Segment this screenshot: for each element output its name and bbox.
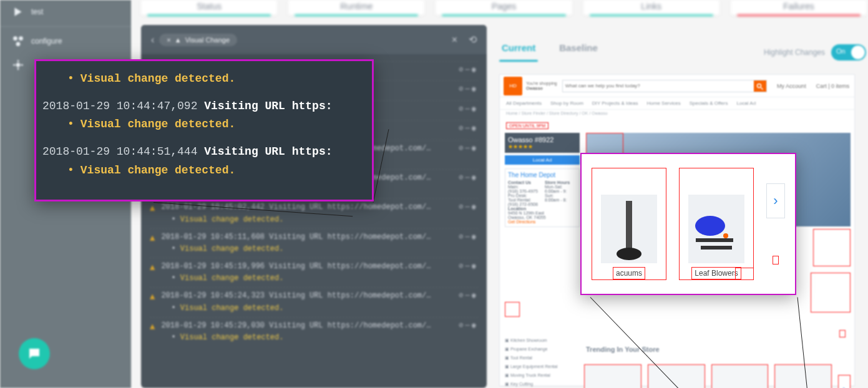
local-ad-button[interactable]: Local Ad bbox=[505, 155, 580, 165]
svg-point-3 bbox=[16, 42, 21, 46]
trending-heading: Trending In Your Store bbox=[586, 346, 660, 353]
sidebar-test-label: test bbox=[31, 7, 43, 16]
vacuum-image bbox=[601, 195, 657, 263]
store-card-title: The Home Depot bbox=[508, 172, 577, 178]
log-row[interactable]: ▲2018-01-29 10:45:11,608 Visiting URL ht… bbox=[150, 228, 478, 258]
service-item[interactable]: ▣ Moving Truck Rental bbox=[505, 371, 557, 380]
log-row[interactable]: ▲2018-01-29 10:45:29,030 Visiting URL ht… bbox=[150, 317, 478, 346]
service-item[interactable]: ▣ Kitchen Showroom bbox=[505, 336, 557, 345]
svg-point-12 bbox=[723, 233, 728, 238]
svg-marker-0 bbox=[14, 7, 21, 16]
svg-line-6 bbox=[761, 87, 763, 89]
svg-rect-7 bbox=[626, 201, 632, 251]
zoom-label-vacuums: acuums bbox=[613, 267, 645, 279]
row-actions[interactable]: ⊘—◉ bbox=[459, 320, 478, 332]
service-item[interactable]: ▣ Tool Rental bbox=[505, 354, 557, 362]
row-actions[interactable]: ⊘—◉ bbox=[459, 290, 478, 302]
svg-point-8 bbox=[617, 248, 641, 260]
warning-icon: ▲ bbox=[150, 290, 155, 304]
diff-marker bbox=[773, 256, 779, 264]
tab-baseline[interactable]: Baseline bbox=[557, 36, 600, 61]
nav-item[interactable]: Shop by Room bbox=[550, 100, 583, 106]
services-list: ▣ Kitchen Showroom▣ Propane Exchange▣ To… bbox=[505, 336, 557, 388]
log-toolbar: ‹ × ▲ Visual Change × ⟲ bbox=[141, 25, 487, 55]
svg-point-2 bbox=[19, 36, 23, 41]
nav-item[interactable]: Specials & Offers bbox=[690, 100, 728, 106]
svg-point-9 bbox=[695, 216, 725, 236]
warning-icon: ▲ bbox=[150, 201, 155, 215]
comparison-tabs: Current Baseline Highlight Changes On bbox=[499, 36, 866, 61]
site-search[interactable] bbox=[562, 80, 767, 92]
svg-rect-10 bbox=[696, 238, 733, 242]
search-button[interactable] bbox=[754, 80, 766, 92]
svg-rect-11 bbox=[701, 246, 732, 250]
trending-product[interactable] bbox=[584, 364, 641, 388]
screenshot-zoom-overlay: acuums Leaf Blowers › bbox=[580, 153, 796, 295]
svg-point-4 bbox=[16, 63, 21, 67]
store-sub: Owasso bbox=[526, 86, 557, 91]
row-actions[interactable]: ⊘—◉ bbox=[459, 84, 478, 95]
sidebar-item-test[interactable]: test bbox=[0, 0, 131, 24]
metric-runtime[interactable]: Runtime bbox=[288, 0, 424, 15]
cart-link[interactable]: Cart | 0 items bbox=[816, 83, 849, 89]
nav-item[interactable]: All Departments bbox=[506, 100, 542, 106]
diff-marker bbox=[735, 268, 754, 280]
svg-point-1 bbox=[13, 36, 17, 41]
store-info-card: Owasso #8922 ★★★★★ Local Ad The Home Dep… bbox=[505, 133, 580, 227]
log-row[interactable]: ▲2018-01-29 10:45:19,996 Visiting URL ht… bbox=[150, 258, 478, 287]
highlight-changes-toggle[interactable]: On bbox=[831, 44, 866, 61]
account-link[interactable]: My Account bbox=[777, 83, 806, 89]
trending-products: LED BulbsVacuumsLeaf Blowers› bbox=[584, 361, 851, 388]
get-directions-link[interactable]: Get Directions bbox=[508, 220, 577, 224]
configure-icon bbox=[12, 36, 24, 47]
store-address: 9450 N 129th East Owasso, OK 74055 bbox=[508, 211, 577, 220]
row-actions[interactable]: ⊘—◉ bbox=[459, 201, 478, 213]
warning-icon: ▲ bbox=[150, 231, 155, 245]
row-actions[interactable]: ⊘—◉ bbox=[459, 143, 478, 155]
nav-item[interactable]: Home Services bbox=[647, 100, 681, 106]
chat-icon bbox=[27, 346, 42, 361]
svg-point-5 bbox=[758, 84, 761, 87]
trending-product[interactable]: LED Bulbs bbox=[648, 364, 705, 388]
leafblower-image bbox=[688, 195, 744, 263]
service-item[interactable]: ▣ Propane Exchange bbox=[505, 345, 557, 354]
metric-links[interactable]: Links bbox=[583, 0, 719, 15]
chat-button[interactable] bbox=[19, 338, 50, 369]
tab-current[interactable]: Current bbox=[499, 36, 538, 61]
metrics-row: Status Runtime Pages Links Failures bbox=[141, 0, 867, 15]
close-icon[interactable]: × bbox=[452, 34, 457, 46]
row-actions[interactable]: ⊘—◉ bbox=[459, 261, 478, 273]
open-until-badge: OPEN UNTIL 9PM bbox=[506, 122, 549, 129]
toggle-knob bbox=[851, 46, 865, 59]
zoom-label-leafblowers: Leaf Blowers bbox=[691, 267, 741, 279]
service-item[interactable]: ▣ Large Equipment Rental bbox=[505, 362, 557, 371]
search-icon bbox=[756, 83, 764, 90]
sidebar-item-configure[interactable]: configure bbox=[0, 29, 131, 53]
chevron-right-icon: › bbox=[773, 193, 778, 209]
log-row[interactable]: ▲2018-01-29 10:45:24,323 Visiting URL ht… bbox=[150, 287, 478, 316]
store-title: Owasso #8922 bbox=[508, 136, 577, 143]
metric-status[interactable]: Status bbox=[141, 0, 277, 15]
row-actions[interactable]: ⊘—◉ bbox=[459, 64, 478, 76]
trending-product[interactable]: Vacuums bbox=[711, 364, 769, 388]
nav-item[interactable]: Local Ad bbox=[736, 100, 756, 106]
carousel-next-button[interactable]: › bbox=[838, 375, 851, 388]
play-icon bbox=[12, 6, 24, 17]
search-input[interactable] bbox=[563, 80, 754, 92]
row-actions[interactable]: ⊘—◉ bbox=[459, 231, 478, 243]
metric-pages[interactable]: Pages bbox=[436, 0, 572, 15]
row-actions[interactable]: ⊘—◉ bbox=[459, 172, 478, 184]
zoom-product-vacuums: acuums bbox=[592, 168, 666, 280]
carousel-next-button[interactable]: › bbox=[766, 183, 785, 218]
trending-product[interactable]: Leaf Blowers bbox=[774, 364, 832, 388]
row-actions[interactable]: ⊘—◉ bbox=[459, 104, 478, 115]
metric-failures[interactable]: Failures bbox=[731, 0, 867, 15]
sidebar-configure-label: configure bbox=[31, 37, 62, 46]
refresh-icon[interactable]: ⟲ bbox=[469, 34, 477, 46]
nav-item[interactable]: DIY Projects & Ideas bbox=[592, 100, 638, 106]
service-item[interactable]: ▣ Key Cutting bbox=[505, 380, 557, 388]
log-filter-pill[interactable]: × ▲ Visual Change bbox=[159, 34, 237, 46]
store-mode: You're shopping bbox=[526, 81, 557, 86]
back-icon[interactable]: ‹ bbox=[151, 34, 154, 46]
row-actions[interactable]: ⊘—◉ bbox=[459, 123, 478, 135]
